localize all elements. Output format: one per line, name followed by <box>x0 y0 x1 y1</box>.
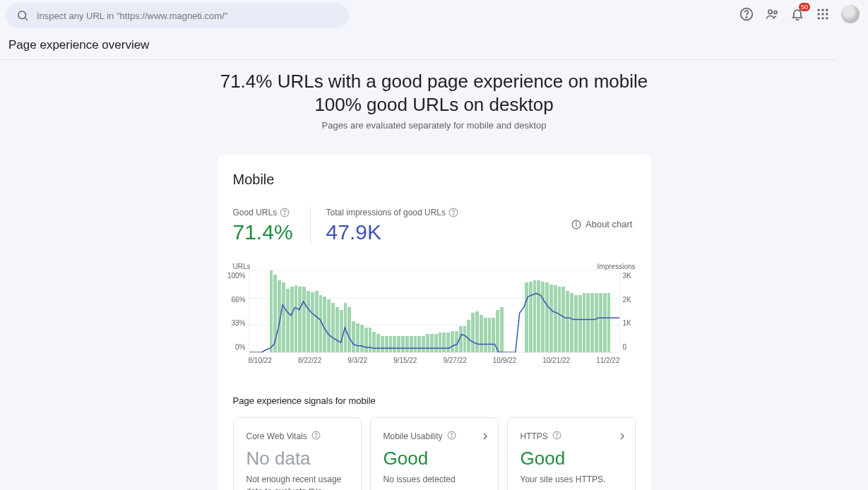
svg-point-11 <box>826 13 828 15</box>
chevron-right-icon <box>480 431 491 445</box>
svg-point-3 <box>746 17 747 18</box>
svg-point-8 <box>826 9 828 11</box>
chart: URLs Impressions 100%66%33%0% 3K2K1K0 8/… <box>218 263 651 364</box>
axis-left-label: URLs <box>233 263 251 270</box>
avatar[interactable] <box>841 5 860 23</box>
y-right-tick: 1K <box>623 319 631 327</box>
signals-title: Page experience signals for mobile <box>233 395 636 406</box>
headline-sub: Pages are evaluated separately for mobil… <box>0 120 868 131</box>
svg-point-6 <box>818 9 820 11</box>
help-icon[interactable] <box>448 208 458 217</box>
svg-point-27 <box>557 437 557 438</box>
about-chart-link[interactable]: About chart <box>571 219 633 229</box>
y-left-tick: 100% <box>227 272 246 280</box>
notification-badge: 50 <box>799 3 810 11</box>
x-tick: 11/2/22 <box>596 357 619 364</box>
metric2-value: 47.9K <box>326 220 458 244</box>
headline-line1: 71.4% URLs with a good page experience o… <box>0 70 868 93</box>
metric-good-urls: Good URLs 71.4% <box>233 208 310 244</box>
svg-line-1 <box>25 18 27 20</box>
metric-impressions: Total impressions of good URLs 47.9K <box>310 208 475 244</box>
y-left-tick: 0% <box>235 343 245 351</box>
x-tick: 10/9/22 <box>493 357 516 364</box>
impressions-line <box>249 293 619 352</box>
x-tick: 8/10/22 <box>249 357 272 364</box>
y-left-tick: 33% <box>231 319 245 327</box>
help-icon[interactable] <box>447 431 456 442</box>
x-tick: 9/3/22 <box>347 357 367 364</box>
svg-point-7 <box>821 9 824 11</box>
search-icon <box>16 8 30 23</box>
svg-point-0 <box>18 11 26 19</box>
x-tick: 9/15/22 <box>393 357 417 364</box>
signal-desc: Not enough recent usage data to evaluate… <box>246 474 348 490</box>
metric1-label: Good URLs <box>233 208 278 217</box>
search-input[interactable] <box>37 11 339 21</box>
signal-card-2[interactable]: HTTPSGoodYour site uses HTTPS. <box>507 417 636 490</box>
svg-point-10 <box>821 13 824 15</box>
svg-point-18 <box>453 214 454 215</box>
card-title: Mobile <box>233 172 636 188</box>
signal-card-0: Core Web VitalsNo dataNot enough recent … <box>233 417 362 490</box>
svg-point-13 <box>821 17 824 19</box>
signal-desc: Your site uses HTTPS. <box>521 474 622 486</box>
axis-right-label: Impressions <box>598 263 636 270</box>
signal-card-1[interactable]: Mobile UsabilityGoodNo issues detected <box>370 417 499 490</box>
svg-point-5 <box>774 11 777 14</box>
notifications-icon[interactable]: 50 <box>790 7 804 21</box>
signal-label: Core Web Vitals <box>246 431 307 441</box>
x-tick: 10/21/22 <box>542 357 570 364</box>
svg-point-23 <box>316 437 316 438</box>
chevron-right-icon <box>617 431 628 445</box>
y-left-tick: 66% <box>231 296 245 304</box>
help-icon[interactable] <box>739 7 754 21</box>
signal-desc: No issues detected <box>384 474 485 486</box>
x-tick: 8/22/22 <box>298 357 321 364</box>
help-icon[interactable] <box>280 208 290 217</box>
y-right-tick: 3K <box>623 272 631 280</box>
users-icon[interactable] <box>765 7 779 21</box>
svg-point-4 <box>768 10 772 13</box>
svg-point-9 <box>818 13 820 15</box>
x-tick: 9/27/22 <box>443 357 466 364</box>
metric2-label: Total impressions of good URLs <box>326 208 446 217</box>
metric1-value: 71.4% <box>233 220 293 244</box>
url-inspect-search[interactable] <box>6 3 349 28</box>
about-chart-label: About chart <box>585 219 633 229</box>
svg-point-12 <box>818 17 820 19</box>
y-right-tick: 2K <box>623 296 631 304</box>
apps-grid-icon[interactable] <box>816 7 830 21</box>
help-icon[interactable] <box>552 431 561 442</box>
svg-point-14 <box>826 17 828 19</box>
signal-value: Good <box>521 448 622 470</box>
y-right-tick: 0 <box>623 343 627 351</box>
svg-point-21 <box>576 222 577 222</box>
signal-label: Mobile Usability <box>384 431 443 441</box>
signal-value: Good <box>384 448 485 470</box>
svg-point-16 <box>285 214 285 215</box>
signal-label: HTTPS <box>521 431 548 441</box>
mobile-card: Mobile Good URLs 71.4% Total impressions… <box>218 155 651 490</box>
page-title: Page experience overview <box>0 28 836 60</box>
svg-point-25 <box>451 437 452 438</box>
help-icon[interactable] <box>311 431 321 442</box>
headline-line2: 100% good URLs on desktop <box>0 93 868 116</box>
signal-value: No data <box>246 448 348 470</box>
